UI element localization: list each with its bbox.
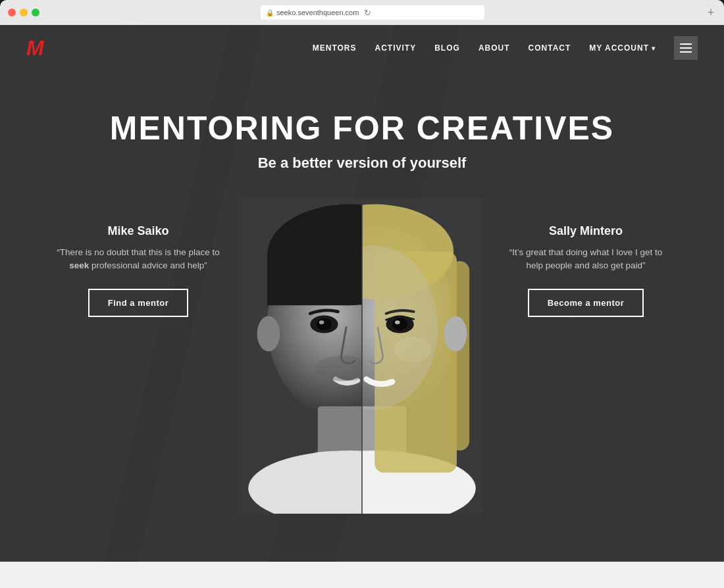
quote-bold: seek bbox=[69, 260, 89, 270]
address-bar: 🔒 seeko.seventhqueen.com ↻ bbox=[45, 5, 700, 20]
svg-point-19 bbox=[257, 316, 280, 352]
svg-point-18 bbox=[319, 320, 324, 324]
left-person-name: Mike Saiko bbox=[107, 224, 168, 238]
minimize-button[interactable] bbox=[20, 9, 28, 16]
reload-icon[interactable]: ↻ bbox=[364, 8, 371, 18]
center-image bbox=[224, 198, 500, 514]
svg-point-32 bbox=[394, 337, 432, 362]
menu-bar-1 bbox=[680, 43, 692, 45]
menu-bar-3 bbox=[680, 51, 692, 53]
traffic-lights bbox=[8, 9, 39, 16]
left-person-quote: “There is no doubt that this is the plac… bbox=[53, 246, 224, 273]
svg-point-30 bbox=[395, 320, 400, 324]
hamburger-menu-button[interactable] bbox=[674, 36, 698, 60]
nav-activity[interactable]: ACTIVITY bbox=[375, 43, 417, 53]
close-button[interactable] bbox=[8, 9, 16, 16]
left-person-card: Mike Saiko “There is no doubt that this … bbox=[53, 224, 224, 317]
svg-point-29 bbox=[392, 318, 407, 330]
nav-contact[interactable]: CONTACT bbox=[529, 43, 571, 53]
nav-my-account[interactable]: MY ACCOUNT bbox=[589, 43, 656, 53]
menu-bar-2 bbox=[680, 47, 692, 49]
nav: M MENTORS ACTIVITY BLOG ABOUT CONTACT MY… bbox=[0, 25, 724, 71]
lock-icon: 🔒 bbox=[266, 9, 274, 16]
right-person-quote: “It’s great that doing what I love I get… bbox=[500, 246, 671, 273]
browser-chrome: 🔒 seeko.seventhqueen.com ↻ + bbox=[0, 0, 724, 25]
nav-blog[interactable]: BLOG bbox=[434, 43, 460, 53]
become-mentor-button[interactable]: Become a mentor bbox=[528, 289, 644, 317]
find-mentor-button[interactable]: Find a mentor bbox=[88, 289, 188, 317]
quote-before: “There is no doubt that this is the plac… bbox=[57, 247, 220, 257]
nav-mentors[interactable]: MENTORS bbox=[313, 43, 357, 53]
face-composite-svg bbox=[237, 198, 487, 514]
svg-point-31 bbox=[444, 316, 467, 352]
url-input[interactable]: 🔒 seeko.seventhqueen.com ↻ bbox=[261, 5, 484, 20]
hero-title: MENTORING FOR CREATIVES bbox=[0, 110, 724, 147]
bottom-strip bbox=[0, 562, 724, 588]
url-text: seeko.seventhqueen.com bbox=[276, 9, 359, 16]
nav-links: MENTORS ACTIVITY BLOG ABOUT CONTACT MY A… bbox=[313, 36, 698, 60]
svg-rect-26 bbox=[450, 261, 469, 451]
right-person-card: Sally Mintero “It’s great that doing wha… bbox=[500, 224, 671, 317]
hero-section: MENTORING FOR CREATIVES Be a better vers… bbox=[0, 71, 724, 172]
logo[interactable]: M bbox=[26, 36, 43, 61]
svg-point-17 bbox=[317, 318, 332, 330]
nav-about[interactable]: ABOUT bbox=[478, 43, 510, 53]
maximize-button[interactable] bbox=[32, 9, 39, 16]
svg-rect-15 bbox=[267, 255, 349, 305]
quote-after: professional advice and help” bbox=[89, 260, 207, 270]
new-tab-button[interactable]: + bbox=[706, 7, 716, 18]
site-wrapper: M MENTORS ACTIVITY BLOG ABOUT CONTACT MY… bbox=[0, 25, 724, 588]
hero-subtitle: Be a better version of yourself bbox=[0, 155, 724, 172]
right-person-name: Sally Mintero bbox=[549, 224, 623, 238]
main-content: Mike Saiko “There is no doubt that this … bbox=[0, 185, 724, 514]
